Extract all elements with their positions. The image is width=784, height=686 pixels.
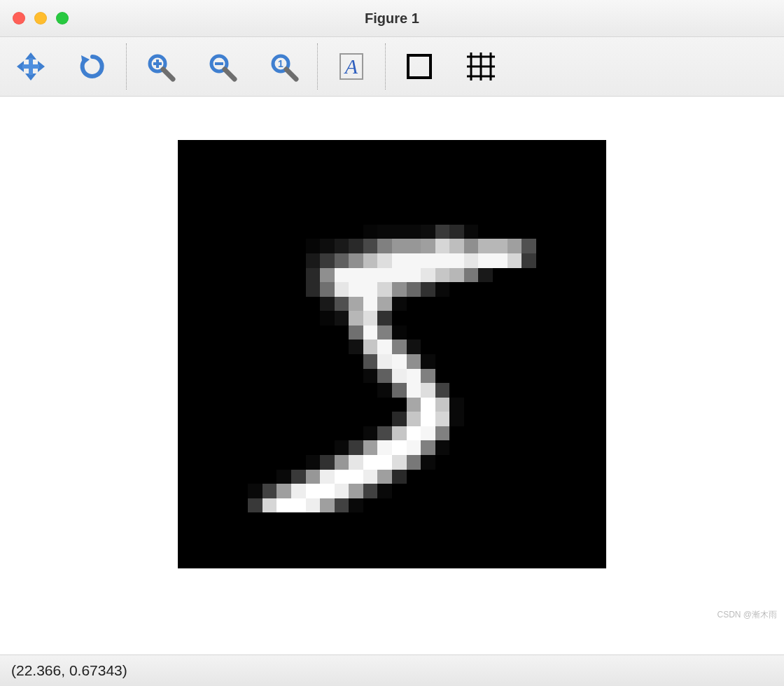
pan-button[interactable] <box>10 46 52 88</box>
zoom-out-button[interactable] <box>201 46 243 88</box>
separator <box>126 43 127 90</box>
window: Figure 1 <box>0 0 784 686</box>
svg-rect-19 <box>408 55 430 78</box>
close-button[interactable] <box>13 12 25 24</box>
svg-text:1: 1 <box>278 58 284 69</box>
watermark: CSDN @漸木雨 <box>717 609 777 621</box>
zoom-in-button[interactable] <box>139 46 181 88</box>
heatmap-image <box>190 153 594 556</box>
grid-button[interactable] <box>460 46 502 88</box>
text-a-icon: A <box>336 51 367 82</box>
reload-button[interactable] <box>71 46 113 88</box>
svg-line-12 <box>225 69 234 79</box>
svg-text:A: A <box>344 55 358 78</box>
figure-canvas[interactable]: CSDN @漸木雨 <box>0 97 784 654</box>
rectangle-icon <box>405 52 433 80</box>
zoom-out-icon <box>206 51 237 82</box>
zoom-in-icon <box>145 51 176 82</box>
svg-marker-6 <box>81 55 90 65</box>
grid-icon <box>467 52 495 80</box>
zoom-button[interactable] <box>56 12 69 24</box>
reload-icon <box>77 51 108 82</box>
separator <box>317 43 318 90</box>
image-axes <box>178 140 606 568</box>
statusbar: (22.366, 0.67343) <box>0 654 784 686</box>
minimize-button[interactable] <box>34 12 47 24</box>
zoom-reset-icon: 1 <box>268 51 299 82</box>
rectangle-tool-button[interactable] <box>398 46 440 88</box>
toolbar: 1 A <box>0 37 784 97</box>
separator <box>385 43 386 90</box>
zoom-reset-button[interactable]: 1 <box>262 46 304 88</box>
window-title: Figure 1 <box>0 10 784 27</box>
text-annotation-button[interactable]: A <box>330 46 372 88</box>
svg-rect-5 <box>22 64 39 69</box>
svg-line-8 <box>163 69 173 79</box>
traffic-lights <box>0 12 69 24</box>
pan-arrows-icon <box>15 51 46 82</box>
coord-readout: (22.366, 0.67343) <box>11 662 127 679</box>
titlebar: Figure 1 <box>0 0 784 37</box>
svg-line-15 <box>286 69 296 79</box>
